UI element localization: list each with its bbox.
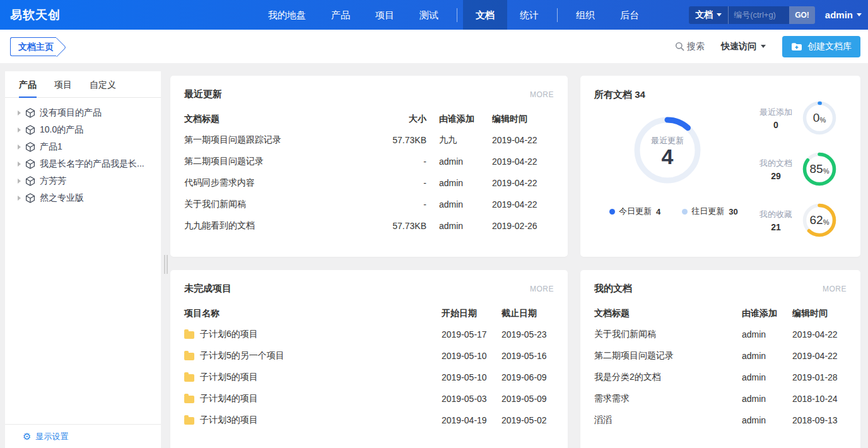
nav-item-stats[interactable]: 统计	[507, 0, 551, 30]
display-settings-button[interactable]: ⚙ 显示设置	[5, 424, 161, 448]
col-edit-time: 编辑时间	[792, 308, 847, 319]
tree-item-product[interactable]: 10.0的产品	[18, 121, 156, 138]
recent-docs-table: 文档标题 大小 由谁添加 编辑时间 第一期项目问题跟踪记录 57.73KB 九九…	[184, 109, 554, 237]
stat-percent: 85	[810, 162, 823, 176]
main-nav: 我的地盘 产品 项目 测试 文档 统计 组织 后台	[255, 0, 652, 30]
tree-item-product[interactable]: 产品1	[18, 138, 156, 155]
user-name: admin	[825, 9, 853, 20]
tree-item-product[interactable]: 没有项目的产品	[18, 104, 156, 121]
project-name-link[interactable]: 子计划3的项目	[200, 415, 258, 426]
project-name-link[interactable]: 子计划6的项目	[200, 329, 258, 340]
caret-right-icon[interactable]	[18, 144, 21, 150]
caret-right-icon[interactable]	[18, 196, 21, 201]
table-row[interactable]: 子计划4的项目 2019-05-03 2019-05-09	[184, 388, 554, 410]
project-start-date: 2019-04-19	[442, 415, 501, 425]
panel-title: 我的文档	[594, 283, 632, 295]
stat-label: 我的收藏	[760, 209, 792, 220]
more-link[interactable]: MORE	[823, 285, 847, 293]
app-logo[interactable]: 易软天创	[10, 7, 61, 23]
project-name-link[interactable]: 子计划5的另一个项目	[200, 350, 284, 362]
doc-title-link[interactable]: 第二期项目问题记录	[594, 350, 742, 362]
module-select[interactable]: 文档	[689, 6, 729, 24]
more-link[interactable]: MORE	[530, 90, 554, 99]
doc-title-link[interactable]: 滔滔	[594, 415, 742, 426]
quick-access-dropdown[interactable]: 快速访问	[721, 41, 766, 52]
tab-project[interactable]: 项目	[54, 71, 72, 98]
stat-percent: 62	[810, 213, 823, 227]
more-link[interactable]: MORE	[530, 285, 554, 293]
table-row[interactable]: 第二期项目问题记录 - admin 2019-04-22	[184, 151, 554, 172]
caret-right-icon[interactable]	[18, 162, 21, 167]
col-edit-time: 编辑时间	[492, 114, 554, 125]
nav-item-doc[interactable]: 文档	[463, 0, 507, 30]
caret-right-icon[interactable]	[18, 110, 21, 115]
col-end-date: 截止日期	[501, 308, 554, 319]
nav-item-my-zone[interactable]: 我的地盘	[255, 0, 319, 30]
project-name-link[interactable]: 子计划5的项目	[200, 372, 258, 383]
table-row[interactable]: 子计划6的项目 2019-05-17 2019-05-23	[184, 324, 554, 345]
caret-right-icon[interactable]	[18, 127, 21, 133]
table-row[interactable]: 滔滔 admin 2018-09-13	[594, 410, 847, 431]
doc-added-by: admin	[439, 199, 492, 209]
product-tree: 没有项目的产品 10.0的产品 产品1 我是长名字的产品我是长... 方芳芳 然…	[5, 98, 161, 424]
tree-item-product[interactable]: 方芳芳	[18, 172, 156, 189]
project-name-link[interactable]: 子计划4的项目	[200, 393, 258, 404]
nav-item-admin-panel[interactable]: 后台	[607, 0, 652, 30]
stat-my-docs: 我的文档 29 85%	[760, 150, 836, 189]
table-row[interactable]: 第二期项目问题记录 admin 2019-04-22	[594, 345, 847, 367]
tab-product[interactable]: 产品	[19, 71, 37, 98]
tab-custom[interactable]: 自定义	[90, 71, 116, 98]
doc-added-by: admin	[742, 415, 792, 425]
search-button[interactable]: 搜索	[675, 41, 705, 52]
doc-title-link[interactable]: 第二期项目问题记录	[184, 156, 381, 167]
table-row[interactable]: 第一期项目问题跟踪记录 57.73KB 九九 2019-04-22	[184, 129, 554, 151]
tree-item-product[interactable]: 然之专业版	[18, 189, 156, 206]
breadcrumb-doc-home[interactable]: 文档主页	[10, 37, 56, 56]
doc-added-by: 九九	[439, 134, 492, 146]
navbar-right: 文档 GO! admin	[689, 0, 862, 30]
stat-my-favorites: 我的收藏 21 62%	[760, 201, 836, 240]
doc-title-link[interactable]: 需求需求	[594, 393, 742, 404]
sidebar-resize-handle[interactable]	[164, 255, 168, 274]
table-row[interactable]: 九九能看到的文档 57.73KB admin 2019-02-26	[184, 215, 554, 237]
top-navbar: 易软天创 我的地盘 产品 项目 测试 文档 统计 组织 后台 文档 GO! ad…	[0, 0, 868, 30]
table-row[interactable]: 子计划5的项目 2019-05-10 2019-06-09	[184, 367, 554, 388]
nav-item-org[interactable]: 组织	[563, 0, 607, 30]
user-menu[interactable]: admin	[825, 9, 862, 20]
my-docs-panel: 我的文档 MORE 文档标题 由谁添加 编辑时间 关于我们新闻稿 admin 2…	[580, 270, 860, 448]
table-row[interactable]: 代码同步需求内容 - admin 2019-04-22	[184, 172, 554, 194]
quick-access-label: 快速访问	[721, 41, 756, 52]
table-row[interactable]: 关于我们新闻稿 - admin 2019-04-22	[184, 194, 554, 215]
my-docs-table: 文档标题 由谁添加 编辑时间 关于我们新闻稿 admin 2019-04-22 …	[594, 304, 847, 431]
table-row[interactable]: 我是分类2的文档 admin 2019-01-28	[594, 367, 847, 388]
stat-label: 最近添加	[760, 107, 792, 118]
caret-right-icon[interactable]	[18, 179, 21, 184]
table-row[interactable]: 子计划5的另一个项目 2019-05-10 2019-05-16	[184, 345, 554, 367]
col-added-by: 由谁添加	[439, 114, 492, 125]
nav-item-product[interactable]: 产品	[319, 0, 363, 30]
doc-title-link[interactable]: 关于我们新闻稿	[594, 329, 742, 340]
id-search-input[interactable]	[729, 10, 789, 20]
nav-item-test[interactable]: 测试	[407, 0, 451, 30]
panel-title: 最近更新	[184, 88, 222, 100]
create-doclib-button[interactable]: 创建文档库	[782, 36, 860, 57]
table-row[interactable]: 关于我们新闻稿 admin 2019-04-22	[594, 324, 847, 345]
sidebar-tabs: 产品 项目 自定义	[5, 71, 161, 98]
table-row[interactable]: 需求需求 admin 2018-10-24	[594, 388, 847, 410]
legend-dot	[682, 209, 688, 215]
doc-added-by: admin	[742, 351, 792, 361]
doc-title-link[interactable]: 我是分类2的文档	[594, 372, 742, 383]
doc-title-link[interactable]: 关于我们新闻稿	[184, 199, 381, 210]
tree-item-product[interactable]: 我是长名字的产品我是长...	[18, 155, 156, 172]
donut-legend: 今日更新 4 往日更新 30	[609, 206, 738, 217]
chevron-down-icon	[857, 13, 862, 16]
doc-title-link[interactable]: 代码同步需求内容	[184, 177, 381, 189]
toolbar: 搜索 快速访问 创建文档库	[675, 36, 860, 57]
tree-item-label: 10.0的产品	[40, 124, 83, 136]
nav-item-project[interactable]: 项目	[363, 0, 407, 30]
table-row[interactable]: 子计划3的项目 2019-04-19 2019-05-02	[184, 410, 554, 431]
doc-title-link[interactable]: 九九能看到的文档	[184, 220, 381, 232]
doc-title-link[interactable]: 第一期项目问题跟踪记录	[184, 134, 381, 146]
doc-edit-time: 2018-09-13	[792, 415, 847, 425]
go-button[interactable]: GO!	[789, 6, 815, 24]
